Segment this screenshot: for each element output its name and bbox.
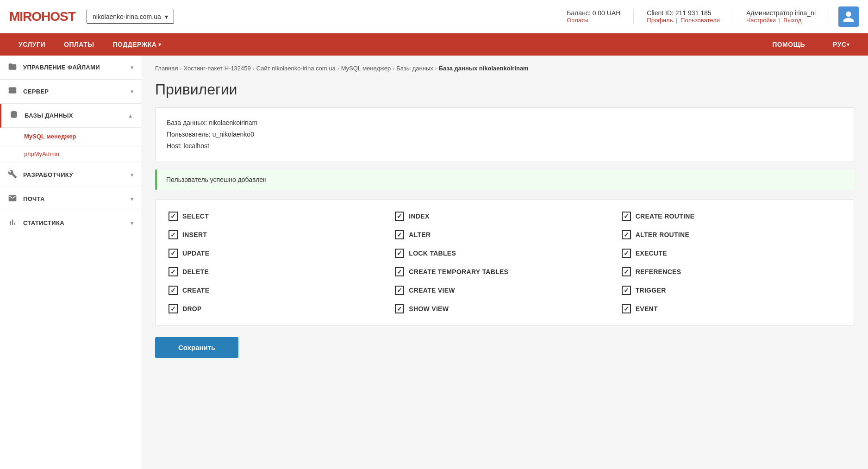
priv-checkbox-alter_routine[interactable] [622, 230, 631, 239]
sidebar-item-phpmyadmin[interactable]: phpMyAdmin [0, 145, 141, 163]
sidebar-item-mysql[interactable]: MySQL менеджер [0, 128, 141, 145]
priv-checkbox-trigger[interactable] [622, 286, 631, 295]
priv-item-create_routine[interactable]: CREATE ROUTINE [618, 207, 844, 225]
sidebar-item-stats[interactable]: СТАТИСТИКА ▾ [0, 211, 141, 235]
priv-checkbox-create_temp[interactable] [395, 267, 404, 276]
sidebar-item-databases[interactable]: БАЗЫ ДАННЫХ ▲ [0, 104, 141, 128]
priv-item-show_view[interactable]: SHOW VIEW [391, 300, 618, 318]
breadcrumb-mysql[interactable]: MySQL менеджер [341, 65, 391, 72]
success-text: Пользователь успешно добавлен [166, 176, 267, 183]
client-section: Client ID: 211 931 185 Профиль | Пользов… [634, 9, 733, 24]
priv-item-trigger[interactable]: TRIGGER [618, 281, 844, 300]
sidebar-item-mail[interactable]: ПОЧТА ▾ [0, 187, 141, 211]
priv-checkbox-event[interactable] [622, 304, 631, 313]
chevron-down-icon: ▾ [131, 196, 133, 202]
breadcrumb-site[interactable]: Сайт nikolaenko-irina.com.ua [256, 65, 336, 72]
avatar[interactable] [838, 6, 859, 27]
priv-checkbox-select[interactable] [169, 212, 178, 221]
breadcrumb: Главная › Хостинг-пакет Н-132459 › Сайт … [155, 65, 854, 72]
client-id: Client ID: 211 931 185 [647, 9, 720, 17]
layout: УПРАВЛЕНИЕ ФАЙЛАМИ ▾ СЕРВЕР ▾ БАЗЫ ДАННЫ… [0, 56, 868, 469]
priv-item-lock_tables[interactable]: LOCK TABLES [391, 244, 618, 263]
server-icon [7, 86, 18, 97]
priv-label-create_view: CREATE VIEW [409, 287, 455, 294]
priv-checkbox-execute[interactable] [622, 249, 631, 258]
sidebar-label-databases: БАЗЫ ДАННЫХ [25, 112, 73, 119]
domain-arrow: ▾ [165, 13, 168, 20]
priv-label-select: SELECT [182, 213, 209, 220]
priv-item-event[interactable]: EVENT [618, 300, 844, 318]
priv-checkbox-update[interactable] [169, 249, 178, 258]
priv-label-alter: ALTER [409, 231, 431, 238]
priv-item-alter[interactable]: ALTER [391, 225, 618, 244]
info-user: Пользователь: u_nikolaenko0 [167, 129, 843, 140]
nav-payments[interactable]: ОПЛАТЫ [55, 33, 103, 56]
priv-checkbox-drop[interactable] [169, 304, 178, 313]
logout-link[interactable]: Выход [783, 17, 801, 24]
priv-checkbox-show_view[interactable] [395, 304, 404, 313]
users-link[interactable]: Пользователи [681, 17, 720, 24]
nav-help-link[interactable]: ПОМОЩЬ [763, 33, 814, 56]
priv-label-execute: EXECUTE [636, 250, 667, 257]
chevron-down-icon: ▾ [131, 88, 133, 95]
priv-checkbox-delete[interactable] [169, 267, 178, 276]
admin-section: Администратор irina_ni Настройки | Выход [733, 9, 829, 24]
priv-label-update: UPDATE [182, 250, 209, 257]
folder-icon [7, 62, 18, 73]
priv-label-alter_routine: ALTER ROUTINE [636, 231, 689, 238]
priv-item-create_view[interactable]: CREATE VIEW [391, 281, 618, 300]
sidebar-item-file-manager[interactable]: УПРАВЛЕНИЕ ФАЙЛАМИ ▾ [0, 56, 141, 80]
priv-label-show_view: SHOW VIEW [409, 305, 449, 313]
priv-item-select[interactable]: SELECT [165, 207, 391, 225]
nav-services[interactable]: УСЛУГИ [9, 33, 55, 56]
sidebar-item-developer[interactable]: РАЗРАБОТЧИКУ ▾ [0, 163, 141, 187]
sidebar-item-server[interactable]: СЕРВЕР ▾ [0, 80, 141, 104]
priv-label-index: INDEX [409, 213, 429, 220]
chevron-down-icon: ▾ [131, 220, 133, 226]
success-message: Пользователь успешно добавлен [155, 169, 854, 190]
priv-checkbox-references[interactable] [622, 267, 631, 276]
priv-checkbox-alter[interactable] [395, 230, 404, 239]
priv-checkbox-create_routine[interactable] [622, 212, 631, 221]
priv-item-references[interactable]: REFERENCES [618, 263, 844, 281]
priv-item-create_temp[interactable]: CREATE TEMPORARY TABLES [391, 263, 618, 281]
priv-checkbox-create[interactable] [169, 286, 178, 295]
priv-item-update[interactable]: UPDATE [165, 244, 391, 263]
chevron-down-icon: ▾ [131, 172, 133, 178]
settings-link[interactable]: Настройки [746, 17, 776, 24]
priv-item-execute[interactable]: EXECUTE [618, 244, 844, 263]
priv-checkbox-lock_tables[interactable] [395, 249, 404, 258]
priv-item-index[interactable]: INDEX [391, 207, 618, 225]
priv-col1: SELECTINSERTUPDATEDELETECREATEDROP [165, 207, 391, 318]
info-db: База данных: nikolaenkoirinam [167, 117, 843, 129]
domain-label: nikolaenko-irina.com.ua [93, 13, 161, 20]
priv-checkbox-create_view[interactable] [395, 286, 404, 295]
privileges-grid: SELECTINSERTUPDATEDELETECREATEDROP INDEX… [155, 199, 854, 326]
priv-item-drop[interactable]: DROP [165, 300, 391, 318]
priv-item-create[interactable]: CREATE [165, 281, 391, 300]
priv-checkbox-index[interactable] [395, 212, 404, 221]
mail-icon [7, 194, 18, 204]
priv-item-alter_routine[interactable]: ALTER ROUTINE [618, 225, 844, 244]
domain-selector[interactable]: nikolaenko-irina.com.ua ▾ [87, 10, 174, 24]
priv-item-insert[interactable]: INSERT [165, 225, 391, 244]
priv-col2: INDEXALTERLOCK TABLESCREATE TEMPORARY TA… [391, 207, 618, 318]
info-host: Host: localhost [167, 140, 843, 152]
logo: MIROHOST [9, 9, 75, 24]
breadcrumb-home[interactable]: Главная [155, 65, 178, 72]
sidebar-label-file-manager: УПРАВЛЕНИЕ ФАЙЛАМИ [23, 64, 100, 71]
header-right: Баланс: 0.00 UAH Оплаты Client ID: 211 9… [554, 6, 859, 27]
nav-support[interactable]: ПОДДЕРЖКА ▾ [103, 33, 171, 56]
nav-lang[interactable]: РУС ▾ [824, 33, 859, 56]
priv-label-create_temp: CREATE TEMPORARY TABLES [409, 268, 508, 275]
breadcrumb-databases[interactable]: Базы данных [396, 65, 433, 72]
balance-link[interactable]: Оплаты [567, 17, 588, 24]
priv-item-delete[interactable]: DELETE [165, 263, 391, 281]
save-button[interactable]: Сохранить [155, 337, 238, 358]
database-icon [9, 110, 19, 121]
profile-link[interactable]: Профиль [647, 17, 673, 24]
breadcrumb-hosting[interactable]: Хостинг-пакет Н-132459 [183, 65, 250, 72]
priv-checkbox-insert[interactable] [169, 230, 178, 239]
nav-help: ПОМОЩЬ РУС ▾ [763, 33, 859, 56]
top-header: MIROHOST nikolaenko-irina.com.ua ▾ Балан… [0, 0, 868, 33]
